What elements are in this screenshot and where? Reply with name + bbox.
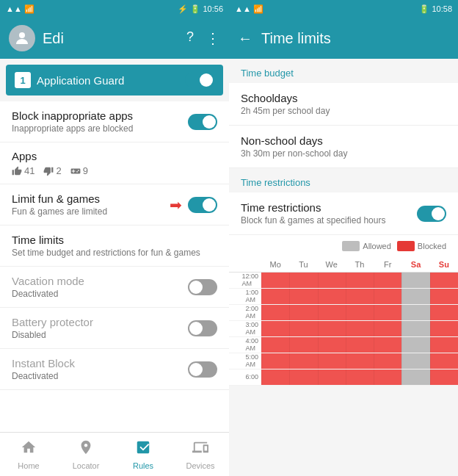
vacation-toggle[interactable] — [188, 279, 217, 295]
signal-icon: ▲▲ — [6, 4, 22, 13]
wifi-icon: 📶 — [24, 4, 34, 14]
right-status-left: ▲▲ 📶 — [235, 4, 263, 14]
cell-tu-2am — [289, 305, 317, 320]
day-fr: Fr — [374, 257, 401, 272]
list-item-limit-fun[interactable]: Limit fun & games Fun & games are limite… — [0, 184, 229, 226]
status-icons-left: ▲▲ 📶 — [6, 4, 34, 14]
time-4am: 4:00AM — [229, 337, 261, 353]
schedule-row-5am: 5:00AM — [229, 353, 458, 369]
cell-mo-3am — [261, 321, 289, 336]
day-su: Su — [430, 257, 458, 272]
right-status-right: 🔋 10:58 — [419, 4, 452, 14]
vacation-title: Vacation mode — [12, 275, 188, 287]
list-item-time-limits[interactable]: Time limits Set time budget and restrict… — [0, 226, 229, 267]
schedule-row-2am: 2:00AM — [229, 305, 458, 321]
app-guard-banner: 1 Application Guard — [6, 65, 223, 95]
cell-su-1am — [430, 289, 458, 304]
right-content: Time budget Schooldays 2h 45m per school… — [229, 59, 458, 476]
cell-fr-4am — [374, 337, 401, 353]
back-icon[interactable]: ← — [238, 30, 252, 47]
blocked-box — [397, 241, 415, 251]
instant-block-toggle[interactable] — [188, 361, 217, 378]
schedule-row-4am: 4:00AM — [229, 337, 458, 353]
app-guard-toggle[interactable] — [185, 72, 214, 88]
arrow-icon: ➡ — [170, 196, 182, 214]
day-we: We — [318, 257, 346, 272]
cell-sa-6 — [401, 369, 429, 385]
allowed-legend: Allowed — [342, 241, 391, 251]
right-battery-icon: 🔋 — [419, 4, 429, 13]
limit-fun-toggle[interactable] — [188, 197, 217, 213]
time-col-header — [229, 257, 261, 272]
schedule-row-1am: 1:00AM — [229, 289, 458, 305]
cell-tu-12am — [289, 273, 317, 288]
cell-we-6 — [318, 369, 346, 385]
cell-we-3am — [318, 321, 346, 336]
instant-block-title: Instant Block — [12, 357, 188, 369]
list-item-apps[interactable]: Apps 41 2 9 — [0, 143, 229, 184]
nav-locator-label: Locator — [73, 461, 100, 470]
right-wifi-icon: 📶 — [253, 4, 263, 13]
settings-list: Block inappropriate apps Inappropriate a… — [0, 101, 229, 432]
legend-row: Allowed Blocked — [229, 235, 458, 257]
day-mo: Mo — [261, 257, 289, 272]
cell-we-1am — [318, 289, 346, 304]
time-3am: 3:00AM — [229, 321, 261, 336]
battery-toggle[interactable] — [188, 320, 217, 336]
block-apps-toggle[interactable] — [188, 114, 217, 130]
left-header: Edi ? ⋮ — [0, 18, 229, 59]
battery-subtitle: Disabled — [12, 330, 188, 340]
cell-fr-12am — [374, 273, 401, 288]
cell-su-12am — [430, 273, 458, 288]
list-item-instant-block[interactable]: Instant Block Deactivated — [0, 349, 229, 390]
right-status-bar: ▲▲ 📶 🔋 10:58 — [229, 0, 458, 18]
day-tu: Tu — [289, 257, 317, 272]
cell-we-12am — [318, 273, 346, 288]
allowed-box — [342, 241, 360, 251]
schedule-header: Mo Tu We Th Fr Sa Su — [229, 257, 458, 273]
cell-mo-12am — [261, 273, 289, 288]
time-restrictions-toggle[interactable] — [417, 206, 446, 222]
nav-locator[interactable]: Locator — [57, 433, 114, 476]
time-6: 6:00 — [229, 369, 261, 385]
blocked-legend: Blocked — [397, 241, 446, 251]
right-status-time: 10:58 — [432, 4, 452, 13]
schooldays-card[interactable]: Schooldays 2h 45m per school day — [229, 83, 458, 126]
cell-fr-1am — [374, 289, 401, 304]
time-limits-subtitle: Set time budget and restrictions for fun… — [12, 248, 217, 258]
block-apps-title: Block inappropriate apps — [12, 109, 188, 122]
cell-sa-4am — [401, 337, 429, 353]
cell-sa-1am — [401, 289, 429, 304]
cell-th-2am — [346, 305, 374, 320]
cell-mo-4am — [261, 337, 289, 353]
cell-tu-1am — [289, 289, 317, 304]
cell-we-2am — [318, 305, 346, 320]
cell-mo-1am — [261, 289, 289, 304]
non-school-card[interactable]: Non-school days 3h 30m per non-school da… — [229, 126, 458, 168]
menu-icon[interactable]: ⋮ — [206, 29, 220, 47]
time-restrict-sub: Block fun & games at specified hours — [241, 215, 417, 226]
list-item-block-apps[interactable]: Block inappropriate apps Inappropriate a… — [0, 101, 229, 143]
time-restrictions-row[interactable]: Time restrictions Block fun & games at s… — [229, 192, 458, 235]
cell-sa-12am — [401, 273, 429, 288]
rules-icon — [135, 439, 151, 459]
nav-rules[interactable]: Rules — [114, 433, 172, 476]
cell-we-4am — [318, 337, 346, 353]
user-name: Edi — [43, 30, 179, 47]
nav-devices[interactable]: Devices — [172, 433, 229, 476]
left-status-bar: ▲▲ 📶 ⚡ 🔋 10:56 — [0, 0, 229, 18]
locator-icon — [78, 439, 94, 459]
cell-su-4am — [430, 337, 458, 353]
blocked-label: Blocked — [418, 242, 446, 250]
list-item-battery[interactable]: Battery protector Disabled — [0, 308, 229, 349]
battery-icon: 🔋 — [190, 4, 200, 14]
limit-fun-title: Limit fun & games — [12, 192, 170, 205]
nav-home-label: Home — [18, 461, 39, 470]
nav-devices-label: Devices — [186, 461, 214, 470]
devices-icon — [192, 439, 208, 459]
list-item-vacation[interactable]: Vacation mode Deactivated — [0, 267, 229, 308]
schedule-row-3am: 3:00AM — [229, 321, 458, 337]
nav-home[interactable]: Home — [0, 433, 57, 476]
instant-block-subtitle: Deactivated — [12, 371, 188, 381]
help-icon[interactable]: ? — [186, 29, 194, 47]
